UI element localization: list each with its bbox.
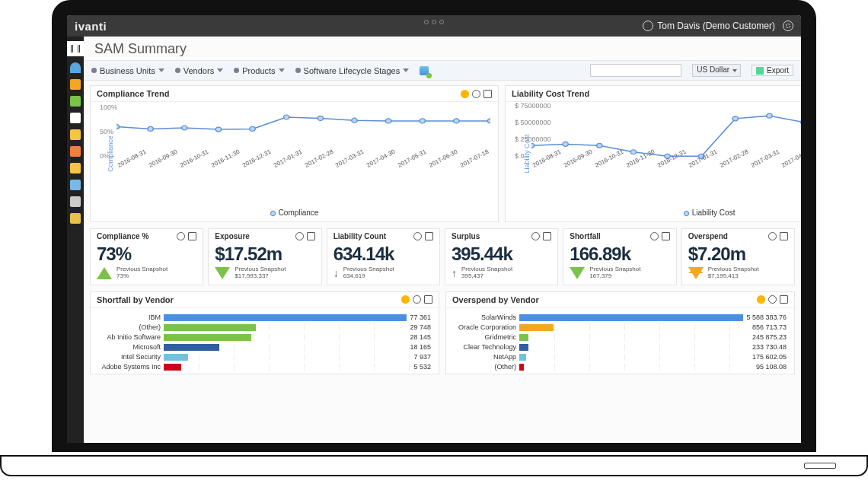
search-input[interactable] <box>590 64 681 77</box>
panel-trash-icon[interactable] <box>425 232 433 240</box>
kpi-label: Exposure <box>215 232 250 240</box>
info-icon[interactable] <box>757 295 765 304</box>
svg-point-6 <box>318 116 323 120</box>
svg-point-11 <box>487 119 490 123</box>
kpi-value: 166.89k <box>570 240 669 266</box>
panel-trash-icon[interactable] <box>188 232 196 240</box>
info-icon[interactable] <box>461 90 469 98</box>
bar-row[interactable]: IBM77 361 <box>164 313 431 323</box>
users-icon[interactable] <box>70 163 81 173</box>
bar-value: 856 713.73 <box>752 323 787 331</box>
sidebar-toggle-icon[interactable] <box>67 41 84 56</box>
kpi-previous: Previous Snapshot$7,195,413 <box>708 266 759 280</box>
panel-title: Overspend by Vendor <box>452 295 539 304</box>
dashboard-icon[interactable] <box>70 62 81 73</box>
panel-gear-icon[interactable] <box>768 232 777 240</box>
bar-row[interactable]: Microsoft18 165 <box>164 342 431 352</box>
panel-gear-icon[interactable] <box>650 232 659 240</box>
filter-software-lifecycle-stages[interactable]: Software Lifecycle Stages <box>295 66 410 75</box>
bar-value: 175 602.05 <box>752 353 787 361</box>
svg-point-18 <box>732 116 738 121</box>
svg-point-4 <box>250 126 255 131</box>
kpi-overspend: Overspend$7.20mPrevious Snapshot$7,195,4… <box>681 228 795 285</box>
panel-trash-icon[interactable] <box>780 295 788 304</box>
panel-trash-icon[interactable] <box>780 232 788 240</box>
panel-trash-icon[interactable] <box>662 232 670 240</box>
filter-products[interactable]: Products <box>234 66 284 75</box>
panel-trash-icon[interactable] <box>307 232 315 240</box>
bar-label: NetApp <box>451 353 516 361</box>
bar-value: 5 532 <box>413 363 431 371</box>
kpi-label: Overspend <box>688 232 728 240</box>
filter-business-units[interactable]: Business Units <box>91 66 164 75</box>
panel-gear-icon[interactable] <box>472 90 480 98</box>
bar-value: 245 875.23 <box>752 333 787 341</box>
panel-gear-icon[interactable] <box>177 232 185 240</box>
kpi-label: Compliance % <box>97 232 148 240</box>
svg-point-7 <box>352 118 357 123</box>
panel-title: Liability Cost Trend <box>512 89 589 98</box>
user-avatar-icon[interactable] <box>643 21 653 31</box>
bar-value: 7 937 <box>413 353 431 361</box>
kpi-value: 634.14k <box>333 240 433 266</box>
compliance-icon[interactable] <box>70 129 81 140</box>
bar-label: Gridmetric <box>451 333 516 341</box>
reports-icon[interactable] <box>70 96 81 107</box>
bar-row[interactable]: (Other)95 108.08 <box>519 362 787 372</box>
panel-title: Shortfall by Vendor <box>97 295 174 304</box>
kpi-liability-count: Liability Count634.14k↓Previous Snapshot… <box>327 228 440 285</box>
cycle-icon[interactable] <box>70 213 81 224</box>
kpi-label: Shortfall <box>570 232 601 240</box>
kpi-surplus: Surplus395.44k↑Previous Snapshot395,437 <box>445 228 558 285</box>
kpi-label: Liability Count <box>333 232 386 240</box>
trend-diamond-icon <box>688 267 704 279</box>
svg-point-14 <box>597 143 602 148</box>
panel-trash-icon[interactable] <box>424 295 432 304</box>
bar-row[interactable]: Adobe Systems Inc5 532 <box>164 362 431 372</box>
edit-icon[interactable] <box>70 180 81 190</box>
panel-gear-icon[interactable] <box>413 295 421 304</box>
currency-select[interactable]: US Dollar <box>692 64 741 77</box>
bar-label: Oracle Corporation <box>451 323 516 331</box>
bar-row[interactable]: NetApp175 602.05 <box>519 352 787 362</box>
bar-row[interactable]: Oracle Corporation856 713.73 <box>519 323 787 333</box>
bar-row[interactable]: Intel Security7 937 <box>164 352 431 362</box>
kpi-shortfall: Shortfall166.89kPrevious Snapshot167,379 <box>563 228 676 285</box>
filter-vendors[interactable]: Vendors <box>175 66 223 75</box>
panel-gear-icon[interactable] <box>531 232 540 240</box>
trend-up-icon <box>97 267 112 279</box>
bar-row[interactable]: Gridmetric245 875.23 <box>519 333 787 342</box>
panel-gear-icon[interactable] <box>768 295 777 304</box>
info-icon[interactable] <box>401 295 410 304</box>
panel-trash-icon[interactable] <box>543 232 551 240</box>
page-title: SAM Summary <box>84 37 801 61</box>
bar-label: Microsoft <box>95 343 161 351</box>
panel-gear-icon[interactable] <box>413 232 422 240</box>
bar-row[interactable]: Ab Initio Software28 145 <box>164 333 431 342</box>
liability-trend-panel: Liability Cost Trend Liability Cost $ 75… <box>505 85 801 222</box>
bar-label: Clear Technology <box>451 343 516 351</box>
bar-label: (Other) <box>451 363 516 371</box>
bar-row[interactable]: SolarWinds5 588 383.76 <box>519 313 787 323</box>
kpi-previous: Previous Snapshot167,379 <box>589 266 640 280</box>
bar-row[interactable]: Clear Technology233 730.48 <box>519 342 787 352</box>
svg-point-8 <box>385 119 391 123</box>
filter-bar: Business UnitsVendorsProductsSoftware Li… <box>84 61 801 81</box>
inventory-icon[interactable] <box>70 79 81 90</box>
panel-trash-icon[interactable] <box>483 90 492 98</box>
user-name[interactable]: Tom Davis (Demo Customer) <box>657 21 775 31</box>
documents-icon[interactable] <box>70 113 81 123</box>
export-button[interactable]: Export <box>752 65 793 76</box>
bar-value: 233 730.48 <box>752 343 787 351</box>
panel-gear-icon[interactable] <box>295 232 304 240</box>
bar-row[interactable]: (Other)29 748 <box>164 323 431 333</box>
kpi-previous: Previous Snapshot73% <box>116 266 168 280</box>
kpi-value: 395.44k <box>452 240 551 266</box>
compliance-trend-panel: Compliance Trend Compliance 100% 50% <box>90 85 499 222</box>
audit-icon[interactable] <box>70 146 81 157</box>
filter-badge-icon[interactable] <box>420 66 429 75</box>
tools-icon[interactable] <box>70 196 81 207</box>
trend-down-icon <box>570 267 585 279</box>
settings-gear-icon[interactable] <box>783 21 793 31</box>
bar-label: IBM <box>95 314 161 321</box>
